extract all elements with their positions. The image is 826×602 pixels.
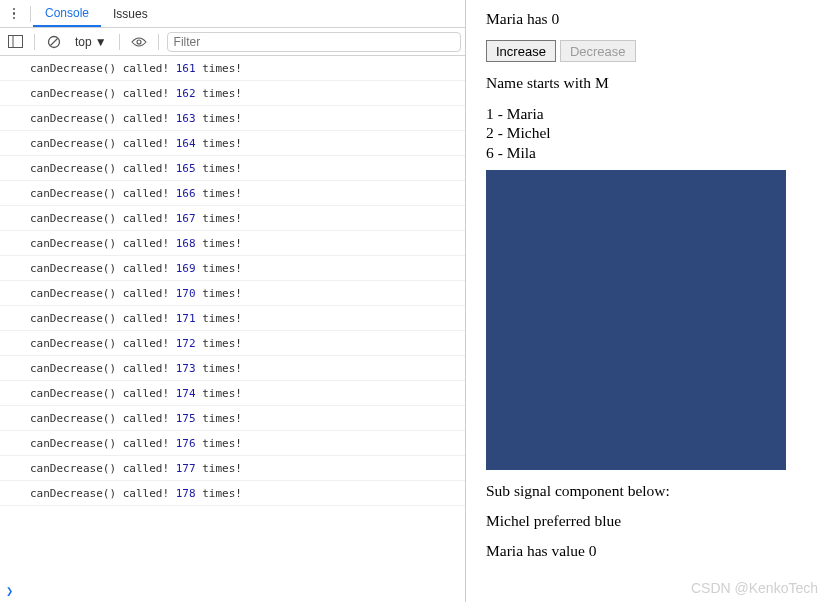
- sub-signal-label: Sub signal component below:: [486, 482, 812, 500]
- separator: [34, 34, 35, 50]
- log-entry: canDecrease() called! 168 times!: [0, 231, 465, 256]
- eye-icon[interactable]: [128, 31, 150, 53]
- log-entry: canDecrease() called! 177 times!: [0, 456, 465, 481]
- console-prompt[interactable]: ❯: [0, 580, 465, 602]
- log-entry: canDecrease() called! 176 times!: [0, 431, 465, 456]
- toggle-sidebar-icon[interactable]: [4, 31, 26, 53]
- list-item: 6 - Mila: [486, 143, 812, 162]
- console-filter-input[interactable]: [167, 32, 461, 52]
- svg-point-4: [137, 40, 141, 44]
- separator: [119, 34, 120, 50]
- tab-console[interactable]: Console: [33, 0, 101, 27]
- svg-line-3: [51, 38, 58, 45]
- button-row: Increase Decrease: [486, 40, 812, 62]
- log-entry: canDecrease() called! 162 times!: [0, 81, 465, 106]
- chevron-down-icon: ▼: [95, 35, 107, 49]
- clear-console-icon[interactable]: [43, 31, 65, 53]
- context-label: top: [75, 35, 92, 49]
- tab-issues[interactable]: Issues: [101, 0, 160, 27]
- devtools-panel: Console Issues top ▼ canDecrease() calle…: [0, 0, 466, 602]
- app-pane: Maria has 0 Increase Decrease Name start…: [466, 0, 826, 602]
- separator: [30, 6, 31, 22]
- separator: [158, 34, 159, 50]
- filter-label: Name starts with M: [486, 74, 812, 92]
- log-entry: canDecrease() called! 166 times!: [0, 181, 465, 206]
- context-selector[interactable]: top ▼: [71, 35, 111, 49]
- log-entry: canDecrease() called! 170 times!: [0, 281, 465, 306]
- log-entry: canDecrease() called! 171 times!: [0, 306, 465, 331]
- log-entry: canDecrease() called! 165 times!: [0, 156, 465, 181]
- list-item: 1 - Maria: [486, 104, 812, 123]
- preferred-line: Michel preferred blue: [486, 512, 812, 530]
- log-entry: canDecrease() called! 174 times!: [0, 381, 465, 406]
- list-item: 2 - Michel: [486, 123, 812, 142]
- svg-rect-0: [8, 36, 22, 48]
- names-list: 1 - Maria2 - Michel6 - Mila: [486, 104, 812, 162]
- devtools-tabs-row: Console Issues: [0, 0, 465, 28]
- console-toolbar: top ▼: [0, 28, 465, 56]
- counter-header: Maria has 0: [486, 10, 812, 28]
- log-entry: canDecrease() called! 172 times!: [0, 331, 465, 356]
- log-entry: canDecrease() called! 167 times!: [0, 206, 465, 231]
- log-entry: canDecrease() called! 161 times!: [0, 56, 465, 81]
- log-entry: canDecrease() called! 175 times!: [0, 406, 465, 431]
- log-entry: canDecrease() called! 163 times!: [0, 106, 465, 131]
- value-line: Maria has value 0: [486, 542, 812, 560]
- decrease-button: Decrease: [560, 40, 636, 62]
- more-menu-icon[interactable]: [4, 4, 24, 24]
- log-entry: canDecrease() called! 173 times!: [0, 356, 465, 381]
- color-box: [486, 170, 786, 470]
- log-entry: canDecrease() called! 164 times!: [0, 131, 465, 156]
- log-entry: canDecrease() called! 169 times!: [0, 256, 465, 281]
- log-entry: canDecrease() called! 178 times!: [0, 481, 465, 506]
- console-log-area[interactable]: canDecrease() called! 161 times!canDecre…: [0, 56, 465, 580]
- increase-button[interactable]: Increase: [486, 40, 556, 62]
